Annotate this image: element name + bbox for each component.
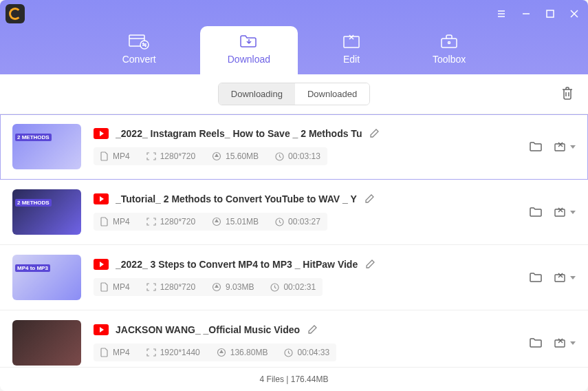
edit-video-button[interactable] [554,206,576,218]
thumbnail: 2 METHODS [12,189,81,235]
chevron-down-icon [570,276,576,279]
item-title: _2022_ Instagram Reels_ How to Save _ 2 … [116,128,362,139]
sub-tab-group: Downloading Downloaded [218,83,370,105]
sub-tab-downloading[interactable]: Downloading [219,83,295,105]
resolution-icon [146,348,156,357]
chevron-down-icon [570,145,576,149]
trash-icon [560,85,574,101]
item-meta: MP4 1280*720 9.03MB 00:02:31 [94,278,323,296]
download-icon [239,33,259,50]
svg-point-9 [140,41,149,49]
folder-icon [529,337,543,349]
window-controls [496,8,580,19]
clock-icon [284,348,293,357]
item-title: _Tutorial_ 2 Methods to Convert YouTube … [116,193,357,204]
youtube-icon [94,193,109,204]
svg-point-12 [448,42,450,44]
nav-tabs: Convert Download Edit Toolbox [0,26,588,74]
clock-icon [270,283,279,292]
chevron-down-icon [570,341,576,345]
delete-button[interactable] [560,85,574,103]
scissors-icon [554,140,567,153]
item-meta: MP4 1920*1440 136.80MB 00:04:33 [94,344,336,361]
open-folder-button[interactable] [529,271,543,284]
rename-icon[interactable] [369,128,380,139]
item-meta: MP4 1280*720 15.01MB 00:03:27 [94,213,327,231]
folder-icon [529,140,543,153]
chevron-down-icon [570,211,576,214]
youtube-icon [94,259,109,270]
nav-tab-download[interactable]: Download [200,26,298,74]
size-icon [212,151,221,161]
scissors-icon [554,206,567,218]
close-icon[interactable] [569,8,580,19]
list-item[interactable]: 2 METHODS _2022_ Instagram Reels_ How to… [0,114,588,180]
app-window: Convert Download Edit Toolbox Downloadin… [0,0,588,391]
youtube-icon [94,324,109,335]
svg-rect-4 [547,10,554,17]
toolbox-icon [439,33,459,50]
thumbnail [12,320,81,366]
list-item[interactable]: 2 METHODS _Tutorial_ 2 Methods to Conver… [0,180,588,245]
sub-tab-downloaded[interactable]: Downloaded [295,83,369,105]
size-icon [212,282,221,292]
minimize-icon[interactable] [521,8,532,19]
edit-video-button[interactable] [554,140,576,153]
header: Convert Download Edit Toolbox [0,0,588,74]
footer-summary: 4 Files | 176.44MB [0,367,588,391]
rename-icon[interactable] [364,193,375,204]
maximize-icon[interactable] [545,9,555,19]
file-icon [100,151,109,161]
youtube-icon [94,128,109,139]
nav-label: Convert [122,54,156,65]
clock-icon [275,152,284,161]
folder-icon [529,271,543,284]
download-list: 2 METHODS _2022_ Instagram Reels_ How to… [0,114,588,367]
scissors-icon [554,271,567,284]
nav-tab-toolbox[interactable]: Toolbox [405,26,493,74]
titlebar [0,0,588,26]
resolution-icon [146,283,156,291]
thumbnail: MP4 to MP3 [12,255,81,300]
item-meta: MP4 1280*720 15.60MB 00:03:13 [94,147,327,165]
size-icon [212,217,221,226]
file-icon [100,217,109,226]
rename-icon[interactable] [364,259,375,270]
open-folder-button[interactable] [529,337,543,349]
nav-tab-edit[interactable]: Edit [314,26,389,74]
resolution-icon [146,218,156,226]
rename-icon[interactable] [307,324,318,335]
nav-label: Toolbox [433,54,466,65]
item-title: JACKSON WANG_ _Official Music Video [116,324,300,335]
open-folder-button[interactable] [529,206,543,218]
edit-video-button[interactable] [554,271,576,284]
file-icon [100,348,109,357]
thumbnail: 2 METHODS [12,124,81,169]
convert-icon [129,33,149,50]
edit-video-button[interactable] [554,337,576,349]
nav-tab-convert[interactable]: Convert [95,26,184,74]
svg-rect-11 [442,39,457,47]
edit-icon [342,33,361,50]
subheader: Downloading Downloaded [0,74,588,114]
scissors-icon [554,337,567,349]
resolution-icon [146,152,156,160]
nav-label: Edit [343,54,360,65]
app-logo [6,4,25,23]
svg-rect-10 [344,36,359,47]
list-item[interactable]: MP4 to MP3 _2022_ 3 Steps to Convert MP4… [0,245,588,310]
file-icon [100,282,109,292]
folder-icon [529,206,543,218]
open-folder-button[interactable] [529,140,543,153]
clock-icon [275,218,284,226]
list-item[interactable]: JACKSON WANG_ _Official Music Video MP4 … [0,310,588,367]
nav-label: Download [228,54,270,65]
menu-icon[interactable] [496,8,507,19]
item-title: _2022_ 3 Steps to Convert MP4 to MP3 _ H… [116,259,358,270]
size-icon [217,348,226,357]
